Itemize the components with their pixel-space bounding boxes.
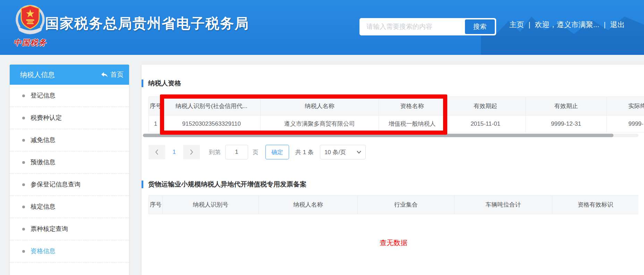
sidebar-item-yujiao[interactable]: 预缴信息 (10, 151, 129, 174)
bullet-icon (22, 228, 25, 231)
current-page-number[interactable]: 1 (172, 149, 176, 156)
goto-page-prefix: 到第 (209, 148, 221, 156)
bullet-icon (22, 206, 25, 208)
logo-caption: 中国税务 (11, 38, 49, 48)
column-header: 资格名称 (379, 97, 446, 116)
column-header: 序号 (149, 97, 163, 116)
sidebar-header: 纳税人信息 首页 (10, 65, 129, 85)
nav-welcome-user[interactable]: 欢迎，遵义市满聚... (535, 20, 599, 30)
goto-page-suffix: 页 (253, 148, 259, 156)
sidebar-item-label: 资格信息 (31, 248, 56, 255)
app-header: 中国税务 国家税务总局贵州省电子税务局 搜索 主页 | 欢迎，遵义市满聚... … (0, 0, 644, 55)
page: { "header": { "logo": { "caption": "中国税务… (0, 0, 644, 275)
sidebar-item-zige-active[interactable]: 资格信息 (10, 240, 129, 262)
back-to-home-button[interactable]: 首页 (101, 70, 124, 79)
column-header: 纳税人名称 (261, 97, 379, 116)
sidebar-item-label: 预缴信息 (31, 159, 56, 166)
column-header: 有效期止 (526, 97, 607, 116)
cell-taxpayer-id: 915203023563329110 (163, 116, 261, 132)
page-number-input[interactable] (225, 145, 248, 159)
page-size-dropdown[interactable]: 10 条/页 (320, 145, 366, 159)
column-header: 行业集合 (358, 195, 455, 214)
sidebar-item-label: 核定信息 (31, 203, 56, 210)
cell-taxpayer-name: 遵义市满聚多商贸有限公司 (261, 116, 379, 132)
cell-actual-end: 9999- (607, 116, 644, 132)
table-row: 1 915203023563329110 遵义市满聚多商贸有限公司 增值税一般纳… (149, 116, 644, 132)
nav-home-link[interactable]: 主页 (509, 20, 524, 30)
main-panel: 纳税人资格 序号 纳税人识别号(社会信用代... 纳税人名称 资格名称 有效期起… (142, 65, 644, 275)
column-header: 纳税人识别号 (163, 195, 259, 214)
pagination: 1 到第 页 确定 共 1 条 10 条/页 (149, 145, 366, 159)
cell-index: 1 (149, 116, 163, 132)
bullet-icon (22, 139, 25, 142)
sidebar-menu: 登记信息 税费种认定 减免信息 预缴信息 参保登记信息查询 核定信息 票种核定查… (10, 85, 129, 262)
table-header-row: 序号 纳税人识别号 纳税人名称 行业集合 车辆吨位合计 资格有效标识 (149, 195, 639, 214)
cell-qualification-name: 增值税一般纳税人 (379, 116, 446, 132)
sidebar-item-label: 登记信息 (31, 92, 56, 99)
column-header: 纳税人识别号(社会信用代... (163, 97, 261, 116)
sidebar-item-label: 票种核定查询 (31, 225, 68, 232)
total-count-label: 共 1 条 (295, 148, 314, 156)
sidebar-item-heding[interactable]: 核定信息 (10, 196, 129, 218)
search-button[interactable]: 搜索 (465, 19, 495, 34)
site-title: 国家税务总局贵州省电子税务局 (45, 14, 249, 33)
page-size-value: 10 条/页 (324, 148, 346, 156)
back-home-label: 首页 (110, 70, 124, 79)
no-data-message: 查无数据 (149, 238, 638, 248)
column-header: 纳税人名称 (259, 195, 358, 214)
nav-logout-link[interactable]: 退出 (610, 20, 625, 30)
sidebar-item-canbao[interactable]: 参保登记信息查询 (10, 174, 129, 196)
section-title-qualification: 纳税人资格 (142, 80, 181, 87)
bullet-icon (22, 183, 25, 186)
chevron-right-icon (189, 149, 194, 155)
column-header: 序号 (149, 195, 163, 214)
bullet-icon (22, 161, 25, 164)
cell-valid-from: 2015-11-01 (446, 116, 526, 132)
table-header-row: 序号 纳税人识别号(社会信用代... 纳税人名称 资格名称 有效期起 有效期止 … (149, 97, 644, 116)
sidebar-item-label: 参保登记信息查询 (31, 181, 80, 188)
horizontal-scrollbar-track[interactable] (143, 134, 638, 137)
column-header: 有效期起 (446, 97, 526, 116)
nav-separator: | (604, 20, 605, 29)
nav-separator: | (528, 20, 530, 29)
cell-valid-to: 9999-12-31 (526, 116, 607, 132)
sidebar-item-jianmian[interactable]: 减免信息 (10, 129, 129, 151)
bullet-icon (22, 250, 25, 253)
sidebar-item-shuifeizhong[interactable]: 税费种认定 (10, 107, 129, 129)
column-header: 实际终 (607, 97, 644, 116)
sidebar: 纳税人信息 首页 登记信息 税费种认定 减免信息 预缴信息 参保登记信息查询 核… (10, 65, 129, 275)
next-page-button[interactable] (183, 145, 200, 159)
sidebar-item-piaozhong[interactable]: 票种核定查询 (10, 218, 129, 240)
sidebar-item-label: 税费种认定 (31, 114, 62, 121)
chevron-down-icon (357, 151, 361, 154)
sidebar-item-dengji[interactable]: 登记信息 (10, 85, 129, 107)
freight-table-wrap: 序号 纳税人识别号 纳税人名称 行业集合 车辆吨位合计 资格有效标识 (149, 195, 638, 214)
bullet-icon (22, 94, 25, 97)
qualification-table: 序号 纳税人识别号(社会信用代... 纳税人名称 资格名称 有效期起 有效期止 … (149, 97, 644, 132)
column-header: 车辆吨位合计 (455, 195, 552, 214)
column-header: 资格有效标识 (552, 195, 639, 214)
reply-arrow-icon (101, 72, 108, 78)
top-nav: 主页 | 欢迎，遵义市满聚... | 退出 (509, 20, 625, 30)
sidebar-title: 纳税人信息 (20, 70, 55, 80)
search-box: 搜索 (359, 18, 496, 35)
tax-emblem-icon (14, 2, 46, 35)
qualification-table-wrap: 序号 纳税人识别号(社会信用代... 纳税人名称 资格名称 有效期起 有效期止 … (149, 97, 644, 132)
bullet-icon (22, 117, 25, 119)
prev-page-button[interactable] (149, 145, 165, 159)
freight-table: 序号 纳税人识别号 纳税人名称 行业集合 车辆吨位合计 资格有效标识 (149, 195, 638, 214)
horizontal-scrollbar-thumb[interactable] (143, 134, 613, 137)
sidebar-item-label: 减免信息 (31, 136, 56, 143)
confirm-page-button[interactable]: 确定 (265, 145, 289, 159)
chevron-left-icon (155, 149, 159, 155)
search-input[interactable] (359, 18, 465, 35)
logo: 中国税务 (11, 2, 49, 48)
section-title-freight: 货物运输业小规模纳税人异地代开增值税专用发票备案 (142, 181, 306, 188)
